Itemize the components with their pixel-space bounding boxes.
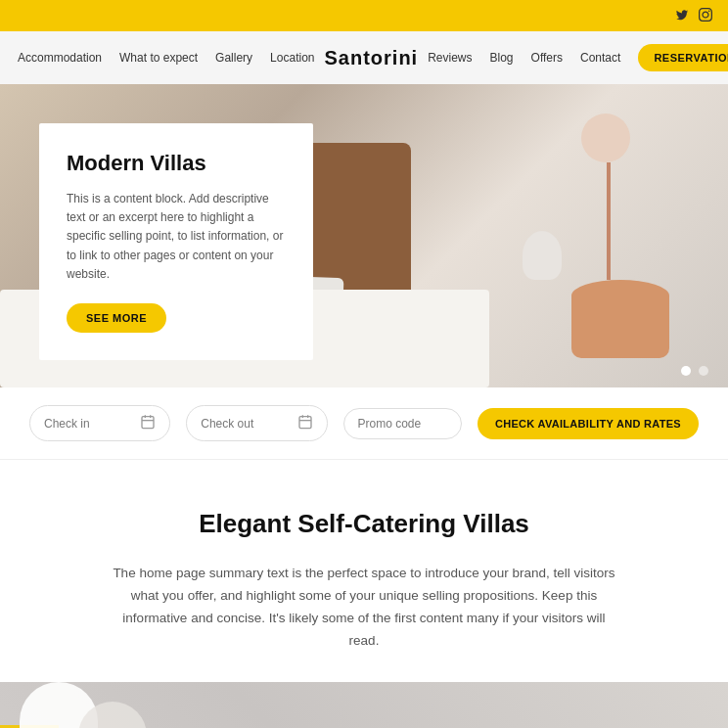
navbar: Accommodation What to expect Gallery Loc… (0, 31, 728, 84)
nav-contact[interactable]: Contact (580, 51, 620, 65)
checkin-input[interactable] (44, 417, 132, 431)
see-more-button[interactable]: SEE MORE (67, 303, 166, 333)
brand-name: Santorini (324, 47, 418, 69)
nav-links-left: Accommodation What to expect Gallery Loc… (18, 51, 314, 65)
bottom-image-strip (0, 682, 728, 728)
lamp-base (607, 162, 611, 280)
checkout-input[interactable] (201, 417, 289, 431)
nav-reviews[interactable]: Reviews (428, 51, 472, 65)
nav-gallery[interactable]: Gallery (215, 51, 252, 65)
checkout-calendar-icon (297, 414, 313, 432)
svg-rect-0 (142, 417, 154, 429)
nav-location[interactable]: Location (270, 51, 314, 65)
promo-input[interactable] (358, 417, 447, 431)
hero-dot-2[interactable] (699, 366, 708, 376)
main-content: Elegant Self-Catering Villas The home pa… (0, 460, 728, 682)
nav-accommodation[interactable]: Accommodation (18, 51, 102, 65)
instagram-icon[interactable] (699, 8, 712, 24)
nightstand (571, 280, 669, 358)
hero-card-description: This is a content block. Add descriptive… (67, 190, 286, 284)
main-section-description: The home page summary text is the perfec… (110, 563, 618, 653)
svg-rect-4 (299, 417, 311, 429)
checkin-wrap (29, 405, 170, 441)
nav-links-right: Reviews Blog Offers Contact RESERVATIONS (428, 44, 728, 71)
lamp-head (581, 114, 630, 162)
hero-section: Modern Villas This is a content block. A… (0, 84, 728, 387)
top-bar (0, 0, 728, 31)
hero-dot-1[interactable] (681, 366, 691, 376)
hero-card: Modern Villas This is a content block. A… (39, 123, 313, 360)
hero-dots (681, 366, 708, 376)
reservations-button[interactable]: RESERVATIONS (638, 44, 728, 71)
promo-wrap (343, 408, 462, 439)
nav-what-to-expect[interactable]: What to expect (119, 51, 198, 65)
checkin-calendar-icon (140, 414, 156, 432)
booking-bar: CHECK AVAILABILITY AND RATES (0, 387, 728, 460)
vase (523, 231, 562, 280)
main-section-title: Elegant Self-Catering Villas (78, 509, 650, 539)
checkout-wrap (186, 405, 327, 441)
check-availability-button[interactable]: CHECK AVAILABILITY AND RATES (478, 408, 699, 439)
twitter-icon[interactable] (675, 8, 689, 24)
nav-offers[interactable]: Offers (531, 51, 563, 65)
nav-blog[interactable]: Blog (490, 51, 514, 65)
hero-card-title: Modern Villas (67, 151, 286, 176)
